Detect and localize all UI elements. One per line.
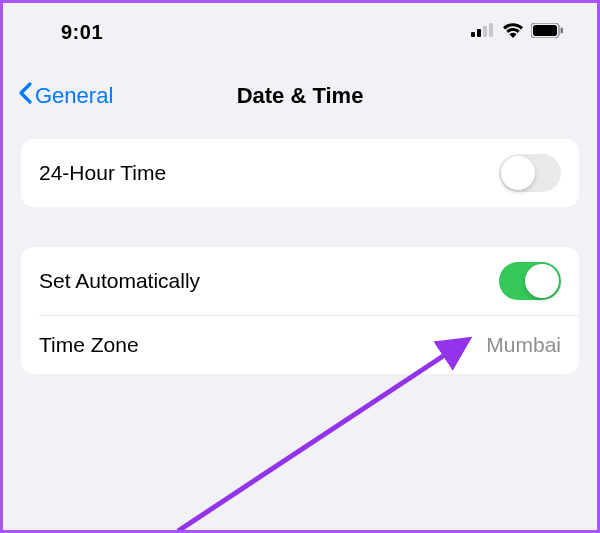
cellular-icon <box>471 23 495 41</box>
status-bar: 9:01 <box>3 3 597 57</box>
svg-rect-0 <box>471 32 475 37</box>
row-24-hour-time: 24-Hour Time <box>21 139 579 207</box>
back-button[interactable]: General <box>17 81 113 111</box>
row-time-zone[interactable]: Time Zone Mumbai <box>21 316 579 374</box>
wifi-icon <box>502 22 524 42</box>
toggle-set-automatically[interactable] <box>499 262 561 300</box>
row-value: Mumbai <box>486 333 561 357</box>
svg-rect-1 <box>477 29 481 37</box>
settings-group-automatic: Set Automatically Time Zone Mumbai <box>21 247 579 374</box>
nav-bar: General Date & Time <box>3 57 597 139</box>
status-icons <box>471 22 569 42</box>
toggle-knob <box>525 264 559 298</box>
row-set-automatically: Set Automatically <box>21 247 579 315</box>
row-label: 24-Hour Time <box>39 161 166 185</box>
row-label: Set Automatically <box>39 269 200 293</box>
svg-rect-5 <box>533 25 557 36</box>
status-time: 9:01 <box>31 21 103 44</box>
svg-rect-2 <box>483 26 487 37</box>
svg-rect-6 <box>561 27 564 33</box>
row-label: Time Zone <box>39 333 139 357</box>
toggle-24-hour-time[interactable] <box>499 154 561 192</box>
svg-rect-3 <box>489 23 493 37</box>
back-label: General <box>35 83 113 109</box>
toggle-knob <box>501 156 535 190</box>
settings-group-format: 24-Hour Time <box>21 139 579 207</box>
battery-icon <box>531 23 563 42</box>
chevron-left-icon <box>17 81 33 111</box>
